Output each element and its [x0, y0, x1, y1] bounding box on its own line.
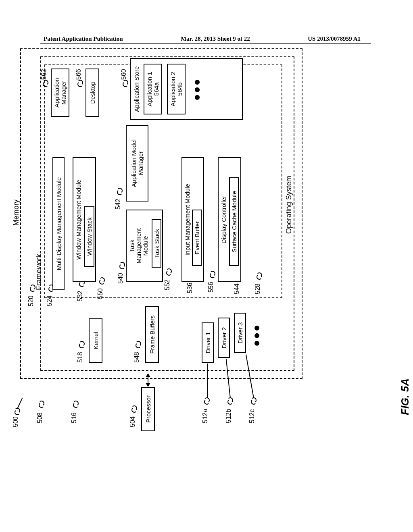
application-2-box: Application 2 564b [167, 64, 186, 114]
squiggle-icon [73, 401, 79, 408]
ref-536: 536 [186, 283, 194, 293]
header-pubno: US 2013/0078959 A1 [308, 35, 361, 42]
header-left: Patent Application Publication [44, 35, 123, 42]
ref-512a: 512a [202, 409, 209, 423]
squiggle-icon [257, 272, 262, 280]
ref-528: 528 [254, 283, 261, 294]
figure-5a-diagram: FIG. 5A 500 508 Memory 516 Operating Sys… [12, 121, 399, 427]
squiggle-icon [131, 405, 137, 413]
ref-508: 508 [36, 412, 44, 423]
ref-560: 560 [120, 69, 127, 80]
ref-500: 500 [12, 416, 19, 427]
os-title: Operating System [285, 176, 293, 234]
app-store-title: Application Store [133, 61, 140, 117]
squiggle-icon [99, 277, 105, 285]
ref-540: 540 [117, 273, 124, 284]
mdmm-box: Multi-Display Management Module [52, 157, 65, 290]
ref-524: 524 [46, 295, 53, 306]
app1-label: Application 1 [146, 72, 153, 106]
application-1-box: Application 1 564a [144, 64, 162, 114]
scm-box: Surface Cache Module [229, 177, 239, 266]
squiggle-icon [210, 271, 215, 278]
squiggle-icon [43, 80, 48, 87]
ref-562: 562 [40, 69, 48, 80]
lead-line [207, 364, 208, 398]
app2-id: 564b [176, 82, 183, 96]
driver2-box: Driver 2 [218, 318, 230, 358]
desktop-box: Desktop [86, 69, 99, 117]
squiggle-icon [123, 80, 128, 87]
ref-556: 556 [207, 282, 215, 293]
app-manager-box: Application Manager [51, 69, 69, 117]
squiggle-icon [166, 268, 172, 276]
squiggle-icon [227, 397, 233, 405]
squiggle-icon [136, 341, 141, 348]
ref-512b: 512b [225, 409, 232, 423]
squiggle-icon [39, 401, 44, 408]
squiggle-icon [117, 188, 123, 195]
memory-title: Memory [12, 200, 21, 226]
ellipsis-icon: ●●● [250, 324, 263, 347]
ref-532: 532 [77, 291, 84, 301]
ref-544: 544 [233, 283, 240, 294]
arrow-bidir-icon [148, 374, 148, 386]
ref-516: 516 [71, 412, 78, 423]
page-header: Patent Application Publication Mar. 28, … [0, 35, 413, 42]
app2-label: Application 2 [169, 72, 176, 106]
ref-542: 542 [115, 199, 122, 210]
ref-520: 520 [27, 295, 35, 306]
window-stack-box: Window Stack [84, 206, 94, 267]
ref-550: 550 [97, 288, 104, 299]
squiggle-icon [204, 397, 210, 405]
task-stack-box: Task Stack [152, 219, 161, 268]
header-rule [40, 43, 371, 44]
app1-id: 564a [153, 82, 160, 96]
ref-548: 548 [133, 352, 140, 363]
squiggle-icon [119, 262, 125, 269]
ellipsis-icon: ●●● [190, 78, 203, 101]
frame-buffers-box: Frame Buffers [145, 306, 159, 363]
driver3-box: Driver 3 [234, 313, 246, 353]
squiggle-icon [79, 341, 85, 348]
ref-566: 566 [75, 69, 82, 80]
lead-line [17, 397, 23, 409]
kernel-box: Kernel [89, 318, 102, 363]
ref-504: 504 [129, 416, 136, 427]
squiggle-icon [77, 80, 83, 87]
figure-label: FIG. 5A [399, 378, 411, 415]
processor-box: Processor [141, 387, 155, 431]
squiggle-icon [251, 397, 257, 405]
squiggle-icon [15, 408, 20, 415]
driver1-box: Driver 1 [202, 322, 214, 363]
framework-title: Framework [35, 254, 43, 290]
ref-552: 552 [164, 279, 171, 290]
ref-518: 518 [77, 352, 84, 363]
amm-box: Application Model Manager [126, 125, 148, 202]
ref-512c: 512c [248, 409, 256, 423]
header-mid: Mar. 28, 2013 Sheet 9 of 22 [181, 35, 250, 42]
event-buffer-box: Event Buffer [192, 210, 202, 266]
